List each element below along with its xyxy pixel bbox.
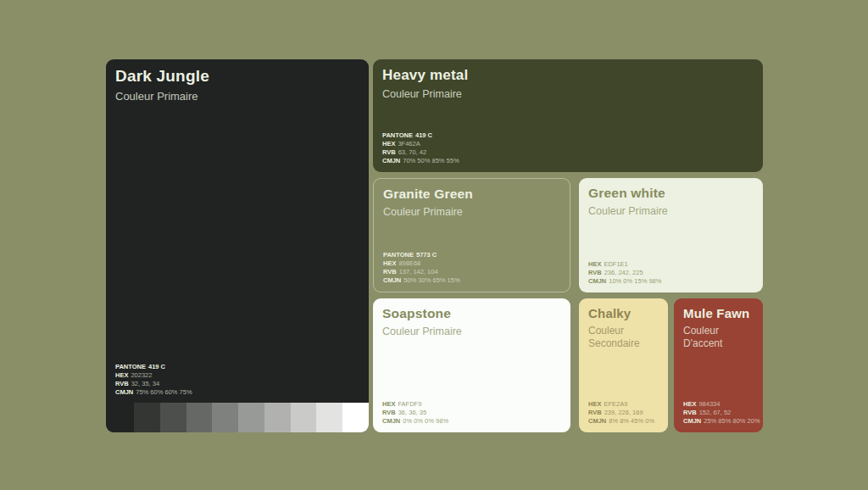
card-subtitle: Couleur Primaire — [115, 90, 359, 103]
palette-board: Dark Jungle Couleur Primaire PANTONE419 … — [0, 0, 868, 490]
shade-step — [134, 403, 160, 432]
shade-step — [342, 403, 369, 432]
cmjn-label: CMJN — [383, 276, 401, 284]
card-heavy-metal: Heavy metal Couleur Primaire PANTONE419 … — [373, 59, 763, 172]
rvb-spec: RVB32, 35, 34 — [115, 380, 192, 388]
cmjn-value: 0% 0% 0% 98% — [403, 417, 448, 425]
color-specs: HEX984334 RVB152, 67, 52 CMJN25% 85% 80%… — [683, 400, 760, 426]
cmjn-value: 70% 50% 85% 55% — [403, 157, 459, 164]
card-title: Green white — [588, 186, 754, 201]
pantone-spec: PANTONE419 C — [115, 363, 192, 371]
cmjn-label: CMJN — [588, 277, 606, 285]
color-specs: HEXFAFDF9 RVB36, 36, 35 CMJN0% 0% 0% 98% — [382, 400, 448, 426]
card-subtitle: Couleur Primaire — [382, 88, 754, 102]
card-mule-fawn: Mule Fawn Couleur D'accent HEX984334 RVB… — [674, 298, 763, 432]
card-title: Heavy metal — [382, 67, 754, 84]
card-title: Granite Green — [383, 187, 560, 202]
rvb-label: RVB — [383, 268, 397, 276]
color-specs: HEXEFE2A9 RVB239, 226, 169 CMJN8% 8% 45%… — [588, 400, 654, 426]
shade-step — [212, 403, 238, 432]
rvb-value: 36, 36, 35 — [398, 409, 426, 416]
cmjn-value: 50% 30% 65% 15% — [403, 276, 459, 284]
rvb-value: 137, 142, 104 — [399, 268, 438, 276]
card-subtitle: Couleur D'accent — [683, 325, 754, 350]
hex-value: 984334 — [698, 400, 720, 408]
card-subtitle: Couleur Primaire — [382, 326, 561, 339]
rvb-spec: RVB36, 36, 35 — [382, 409, 448, 417]
shade-step — [264, 403, 291, 432]
rvb-label: RVB — [683, 409, 697, 416]
card-title: Chalky — [588, 306, 659, 320]
cmjn-label: CMJN — [382, 417, 400, 425]
hex-label: HEX — [588, 260, 601, 268]
hex-value: 898E68 — [398, 259, 420, 267]
rvb-value: 63, 70, 42 — [398, 148, 426, 156]
pantone-label: PANTONE — [115, 363, 146, 370]
cmjn-label: CMJN — [115, 388, 133, 396]
cmjn-value: 25% 85% 80% 20% — [704, 417, 760, 425]
rvb-label: RVB — [115, 380, 129, 387]
color-specs: PANTONE5773 C HEX898E68 RVB137, 142, 104… — [383, 251, 460, 285]
cmjn-spec: CMJN70% 50% 85% 55% — [382, 157, 459, 165]
pantone-spec: PANTONE5773 C — [383, 251, 460, 259]
hex-spec: HEX202322 — [115, 371, 192, 380]
cmjn-spec: CMJN25% 85% 80% 20% — [683, 417, 760, 426]
rvb-spec: RVB239, 226, 169 — [588, 409, 654, 417]
rvb-spec: RVB137, 142, 104 — [383, 268, 460, 276]
cmjn-label: CMJN — [588, 417, 606, 425]
cmjn-value: 8% 8% 45% 0% — [609, 417, 654, 425]
pantone-value: 419 C — [148, 363, 165, 370]
pantone-spec: PANTONE419 C — [382, 131, 459, 140]
hex-spec: HEX984334 — [683, 400, 760, 409]
rvb-label: RVB — [382, 409, 396, 416]
hex-spec: HEXEFE2A9 — [588, 400, 654, 409]
hex-label: HEX — [382, 400, 395, 408]
card-title: Mule Fawn — [683, 306, 754, 320]
hex-label: HEX — [382, 140, 395, 148]
card-subtitle: Couleur Secondaire — [588, 325, 659, 350]
rvb-value: 152, 67, 52 — [699, 409, 732, 416]
shade-scale — [134, 403, 369, 432]
hex-spec: HEX3F462A — [382, 140, 459, 148]
cmjn-spec: CMJN75% 60% 60% 75% — [115, 388, 192, 397]
cmjn-spec: CMJN0% 0% 0% 98% — [382, 417, 448, 426]
hex-label: HEX — [383, 259, 396, 267]
cmjn-value: 75% 60% 60% 75% — [136, 388, 192, 396]
hex-label: HEX — [683, 400, 696, 408]
hex-value: 202322 — [131, 371, 152, 379]
shade-step — [160, 403, 186, 432]
card-title: Dark Jungle — [115, 67, 359, 86]
rvb-spec: RVB63, 70, 42 — [382, 148, 459, 157]
rvb-label: RVB — [588, 409, 602, 416]
rvb-spec: RVB152, 67, 52 — [683, 409, 760, 417]
cmjn-spec: CMJN8% 8% 45% 0% — [588, 417, 654, 426]
card-soapstone: Soapstone Couleur Primaire HEXFAFDF9 RVB… — [373, 298, 570, 432]
pantone-label: PANTONE — [382, 131, 413, 139]
hex-spec: HEX898E68 — [383, 259, 460, 268]
hex-label: HEX — [588, 400, 601, 408]
pantone-value: 5773 C — [416, 251, 437, 259]
color-specs: HEXEDF1E1 RVB236, 242, 225 CMJN10% 0% 15… — [588, 260, 661, 286]
cmjn-label: CMJN — [382, 157, 400, 164]
hex-value: 3F462A — [398, 140, 420, 148]
card-green-white: Green white Couleur Primaire HEXEDF1E1 R… — [579, 178, 763, 292]
shade-step — [186, 403, 213, 432]
hex-spec: HEXEDF1E1 — [588, 260, 661, 269]
hex-value: EFE2A9 — [604, 400, 627, 408]
rvb-value: 32, 35, 34 — [131, 380, 159, 387]
shade-step — [316, 403, 342, 432]
color-specs: PANTONE419 C HEX3F462A RVB63, 70, 42 CMJ… — [382, 131, 459, 165]
hex-spec: HEXFAFDF9 — [382, 400, 448, 409]
rvb-value: 239, 226, 169 — [604, 409, 643, 416]
card-dark-jungle: Dark Jungle Couleur Primaire PANTONE419 … — [106, 59, 369, 432]
rvb-spec: RVB236, 242, 225 — [588, 269, 661, 277]
card-granite-green: Granite Green Couleur Primaire PANTONE57… — [373, 178, 570, 292]
card-subtitle: Couleur Primaire — [588, 205, 754, 219]
shade-step — [238, 403, 264, 432]
card-chalky: Chalky Couleur Secondaire HEXEFE2A9 RVB2… — [579, 298, 668, 432]
cmjn-value: 10% 0% 15% 98% — [609, 277, 661, 285]
card-subtitle: Couleur Primaire — [383, 206, 560, 220]
card-title: Soapstone — [382, 306, 561, 321]
rvb-label: RVB — [382, 148, 396, 156]
pantone-value: 419 C — [415, 131, 432, 139]
